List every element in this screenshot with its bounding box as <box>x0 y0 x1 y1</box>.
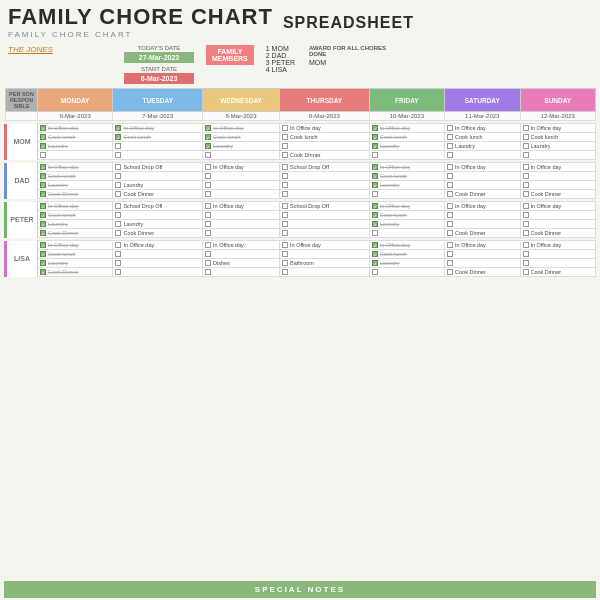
chore-cell[interactable]: ✓Laundry <box>38 259 113 268</box>
chore-cell[interactable]: ✓Laundry <box>369 142 444 151</box>
chore-cell[interactable]: Cook Dinner <box>280 151 370 160</box>
chore-cell[interactable] <box>38 151 113 160</box>
chore-checkbox[interactable]: ✓ <box>40 164 46 170</box>
chore-cell[interactable]: ✓Laundry <box>369 220 444 229</box>
chore-checkbox[interactable] <box>447 242 453 248</box>
chore-checkbox[interactable] <box>282 242 288 248</box>
chore-checkbox[interactable]: ✓ <box>372 143 378 149</box>
chore-checkbox[interactable] <box>205 182 211 188</box>
chore-checkbox[interactable]: ✓ <box>40 230 46 236</box>
chore-checkbox[interactable] <box>115 260 121 266</box>
chore-cell[interactable]: School Drop Off <box>280 202 370 211</box>
chore-cell[interactable]: Cook lunch <box>445 133 520 142</box>
chore-cell[interactable]: Cook Dinner <box>445 190 520 199</box>
chore-cell[interactable] <box>369 151 444 160</box>
chore-checkbox[interactable] <box>523 125 529 131</box>
chore-cell[interactable]: Cook lunch <box>280 133 370 142</box>
chore-cell[interactable] <box>369 268 444 277</box>
chore-cell[interactable] <box>280 220 370 229</box>
chore-checkbox[interactable]: ✓ <box>372 203 378 209</box>
chore-checkbox[interactable] <box>282 173 288 179</box>
chore-checkbox[interactable] <box>447 212 453 218</box>
chore-cell[interactable]: In Office day <box>520 163 596 172</box>
chore-checkbox[interactable] <box>282 221 288 227</box>
chore-cell[interactable]: ✓Cook lunch <box>369 211 444 220</box>
chore-cell[interactable]: ✓In Office day <box>38 241 113 250</box>
chore-cell[interactable]: ✓In Office day <box>203 124 280 133</box>
chore-checkbox[interactable] <box>115 164 121 170</box>
chore-checkbox[interactable] <box>523 230 529 236</box>
chore-cell[interactable] <box>203 229 280 238</box>
chore-cell[interactable]: ✓In Office day <box>369 202 444 211</box>
chore-cell[interactable] <box>280 142 370 151</box>
chore-cell[interactable] <box>203 190 280 199</box>
chore-checkbox[interactable] <box>447 203 453 209</box>
chore-checkbox[interactable] <box>40 152 46 158</box>
chore-checkbox[interactable] <box>282 134 288 140</box>
chore-cell[interactable] <box>113 259 203 268</box>
chore-cell[interactable] <box>280 268 370 277</box>
chore-checkbox[interactable] <box>115 182 121 188</box>
chore-cell[interactable] <box>280 211 370 220</box>
chore-checkbox[interactable]: ✓ <box>205 125 211 131</box>
chore-checkbox[interactable] <box>205 251 211 257</box>
chore-checkbox[interactable] <box>372 152 378 158</box>
chore-cell[interactable] <box>369 190 444 199</box>
chore-cell[interactable]: ✓Cook lunch <box>38 250 113 259</box>
chore-cell[interactable]: In Office day <box>520 202 596 211</box>
chore-cell[interactable]: Bathroom <box>280 259 370 268</box>
chore-checkbox[interactable] <box>282 212 288 218</box>
chore-cell[interactable]: ✓Cook lunch <box>38 211 113 220</box>
chore-cell[interactable] <box>203 151 280 160</box>
chore-checkbox[interactable] <box>447 152 453 158</box>
chore-cell[interactable] <box>203 220 280 229</box>
chore-cell[interactable]: ✓Cook Dinner <box>38 268 113 277</box>
chore-checkbox[interactable]: ✓ <box>372 164 378 170</box>
chore-checkbox[interactable]: ✓ <box>40 242 46 248</box>
chore-checkbox[interactable] <box>523 203 529 209</box>
chore-checkbox[interactable] <box>115 152 121 158</box>
chore-cell[interactable]: ✓In Office day <box>369 241 444 250</box>
chore-cell[interactable]: ✓Cook Dinner <box>38 229 113 238</box>
chore-cell[interactable]: In Office day <box>203 202 280 211</box>
chore-checkbox[interactable] <box>282 182 288 188</box>
chore-cell[interactable] <box>113 151 203 160</box>
chore-checkbox[interactable] <box>205 164 211 170</box>
chore-checkbox[interactable] <box>282 230 288 236</box>
chore-cell[interactable]: ✓Laundry <box>38 220 113 229</box>
chore-checkbox[interactable] <box>282 251 288 257</box>
chore-checkbox[interactable] <box>523 251 529 257</box>
chore-cell[interactable] <box>520 211 596 220</box>
chore-checkbox[interactable] <box>205 260 211 266</box>
chore-checkbox[interactable] <box>523 221 529 227</box>
chore-cell[interactable]: ✓In Office day <box>369 163 444 172</box>
chore-cell[interactable] <box>520 220 596 229</box>
chore-cell[interactable]: ✓Cook lunch <box>38 172 113 181</box>
chore-checkbox[interactable] <box>523 260 529 266</box>
chore-cell[interactable] <box>113 211 203 220</box>
chore-cell[interactable]: ✓Laundry <box>203 142 280 151</box>
chore-checkbox[interactable]: ✓ <box>40 221 46 227</box>
chore-checkbox[interactable]: ✓ <box>372 251 378 257</box>
chore-checkbox[interactable] <box>447 164 453 170</box>
chore-cell[interactable]: Dishes <box>203 259 280 268</box>
chore-checkbox[interactable] <box>115 242 121 248</box>
chore-cell[interactable]: ✓Cook lunch <box>369 250 444 259</box>
chore-cell[interactable]: ✓In Office day <box>369 124 444 133</box>
chore-checkbox[interactable]: ✓ <box>40 182 46 188</box>
chore-checkbox[interactable] <box>282 269 288 275</box>
chore-checkbox[interactable] <box>282 191 288 197</box>
chore-checkbox[interactable] <box>282 152 288 158</box>
chore-cell[interactable]: Laundry <box>445 142 520 151</box>
chore-cell[interactable]: In Office day <box>113 241 203 250</box>
chore-cell[interactable]: School Drop Off <box>113 202 203 211</box>
chore-cell[interactable]: Cook Dinner <box>113 190 203 199</box>
chore-cell[interactable]: ✓Cook lunch <box>113 133 203 142</box>
chore-checkbox[interactable] <box>523 152 529 158</box>
chore-checkbox[interactable] <box>523 173 529 179</box>
chore-cell[interactable]: Cook Dinner <box>520 190 596 199</box>
chore-checkbox[interactable] <box>447 260 453 266</box>
chore-checkbox[interactable] <box>372 230 378 236</box>
chore-checkbox[interactable]: ✓ <box>372 242 378 248</box>
chore-checkbox[interactable] <box>447 269 453 275</box>
